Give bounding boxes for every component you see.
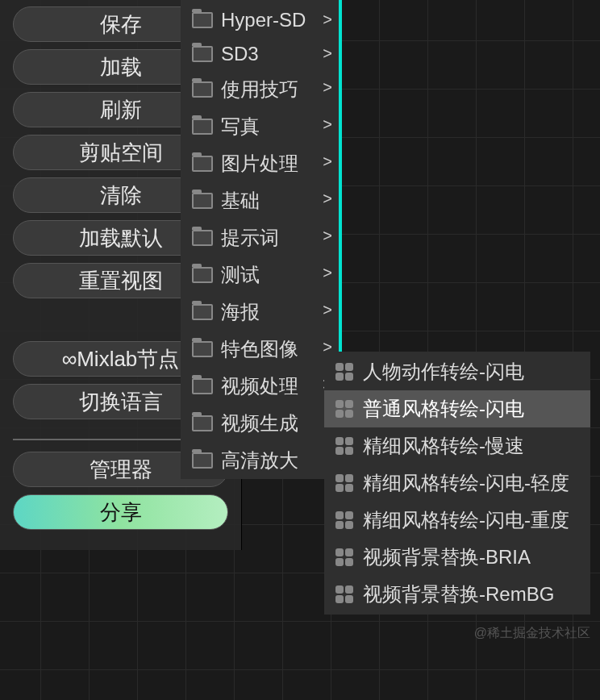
folder-icon — [192, 230, 213, 246]
folder-menu-item[interactable]: 提示词> — [181, 219, 339, 256]
workflow-menu-item[interactable]: 精细风格转绘-慢速 — [324, 427, 590, 465]
folder-menu-label: 图片处理 — [221, 151, 331, 177]
folder-menu-item[interactable]: 图片处理> — [181, 145, 339, 182]
folder-menu-item[interactable]: 高清放大 — [181, 442, 339, 479]
node-icon — [335, 474, 353, 492]
chevron-right-icon: > — [323, 10, 332, 29]
folder-menu-item[interactable]: 使用技巧> — [181, 71, 339, 108]
folder-menu-label: 高清放大 — [221, 448, 331, 473]
workflow-submenu: 人物动作转绘-闪电普通风格转绘-闪电精细风格转绘-慢速精细风格转绘-闪电-轻度精… — [324, 352, 590, 615]
folder-icon — [192, 46, 213, 62]
chevron-right-icon: > — [323, 227, 332, 245]
folder-menu-label: 海报 — [221, 299, 331, 325]
workflow-menu-label: 视频背景替换-BRIA — [363, 544, 531, 570]
node-icon — [335, 363, 353, 381]
chevron-right-icon: > — [323, 190, 332, 208]
workflow-menu-item[interactable]: 普通风格转绘-闪电 — [324, 390, 590, 427]
folder-icon — [192, 267, 213, 283]
workflow-menu-item[interactable]: 视频背景替换-BRIA — [324, 539, 590, 576]
folder-menu-label: SD3 — [221, 43, 331, 65]
folder-icon — [192, 415, 213, 431]
workflow-menu-label: 精细风格转绘-闪电-轻度 — [363, 470, 569, 496]
workflow-menu-label: 普通风格转绘-闪电 — [363, 396, 524, 422]
folder-menu-label: 特色图像 — [221, 336, 331, 362]
workflow-menu-item[interactable]: 精细风格转绘-闪电-轻度 — [324, 465, 590, 502]
folder-icon — [192, 119, 213, 135]
chevron-right-icon: > — [323, 264, 332, 282]
chevron-right-icon: > — [323, 115, 332, 134]
folder-menu-item[interactable]: Hyper-SD> — [181, 3, 339, 37]
chevron-right-icon: > — [323, 44, 332, 63]
folder-icon — [192, 378, 213, 394]
watermark: @稀土掘金技术社区 — [474, 625, 590, 642]
workflow-menu-label: 人物动作转绘-闪电 — [363, 359, 524, 385]
folder-menu-item[interactable]: SD3> — [181, 37, 339, 71]
folder-menu-item[interactable]: 基础> — [181, 182, 339, 219]
folder-menu-item[interactable]: 视频生成 — [181, 405, 339, 442]
workflow-menu-item[interactable]: 人物动作转绘-闪电 — [324, 353, 590, 390]
folder-icon — [192, 81, 213, 98]
workflow-menu-item[interactable]: 视频背景替换-RemBG — [324, 576, 590, 613]
node-icon — [335, 400, 353, 418]
folder-icon — [192, 193, 213, 209]
node-icon — [335, 437, 353, 455]
folder-menu-label: 提示词 — [221, 225, 331, 251]
share-button[interactable]: 分享 — [13, 494, 228, 530]
workflow-menu-item[interactable]: 精细风格转绘-闪电-重度 — [324, 502, 590, 539]
folder-menu-item[interactable]: 测试> — [181, 256, 339, 294]
node-icon — [335, 585, 353, 603]
folder-icon — [192, 341, 213, 357]
folder-menu-item[interactable]: 特色图像> — [181, 331, 339, 368]
node-icon — [335, 511, 353, 529]
workflow-menu-label: 精细风格转绘-闪电-重度 — [363, 507, 569, 533]
folder-menu-label: 视频生成 — [221, 410, 331, 436]
folder-menu-label: 基础 — [221, 188, 331, 214]
workflow-menu-label: 精细风格转绘-慢速 — [363, 433, 524, 459]
workflow-menu-label: 视频背景替换-RemBG — [363, 581, 554, 607]
folder-menu-label: 写真 — [221, 114, 331, 140]
chevron-right-icon: > — [323, 78, 332, 97]
chevron-right-icon: > — [323, 301, 332, 319]
folder-icon — [192, 12, 213, 28]
chevron-right-icon: > — [323, 152, 332, 171]
folder-menu-label: Hyper-SD — [221, 9, 331, 31]
folder-menu-label: 使用技巧 — [221, 77, 331, 102]
folder-icon — [192, 452, 213, 469]
folder-menu-item[interactable]: 海报> — [181, 294, 339, 331]
folder-menu-item[interactable]: 视频处理> — [181, 368, 339, 405]
folder-menu-label: 视频处理 — [221, 373, 331, 399]
node-icon — [335, 548, 353, 566]
folder-menu-label: 测试 — [221, 262, 331, 288]
folder-icon — [192, 304, 213, 320]
folder-menu-item[interactable]: 写真> — [181, 108, 339, 145]
folder-menu: Hyper-SD>SD3>使用技巧>写真>图片处理>基础>提示词>测试>海报>特… — [181, 0, 342, 479]
folder-icon — [192, 156, 213, 172]
